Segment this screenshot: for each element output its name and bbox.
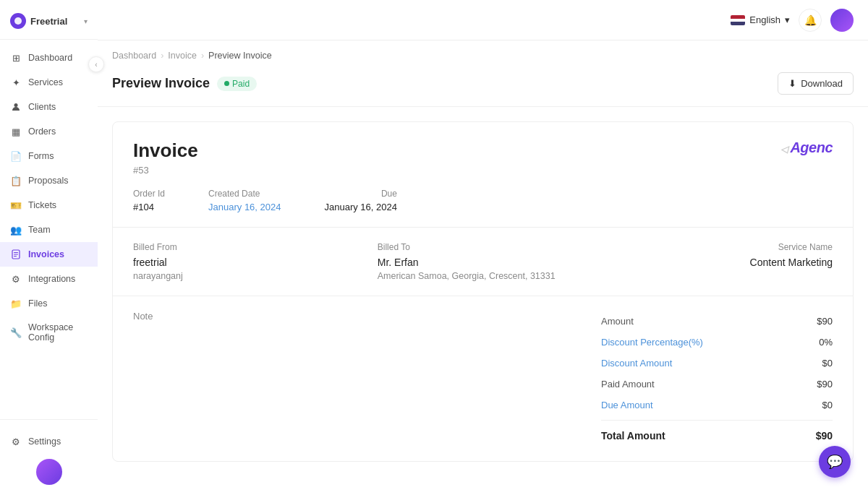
breadcrumb-invoice[interactable]: Invoice: [168, 51, 197, 61]
sidebar-item-orders[interactable]: ▦ Orders: [0, 119, 98, 144]
due-amt-label: Due Amount: [601, 400, 653, 410]
service-name-label: Service Name: [750, 242, 833, 252]
sidebar-item-label: Integrations: [28, 274, 75, 284]
content-inner: Dashboard › Invoice › Preview Invoice Pr…: [98, 40, 868, 495]
order-id-col: Order Id #104: [133, 189, 165, 212]
language-selector[interactable]: English ▾: [731, 14, 790, 25]
topbar: English ▾ 🔔: [98, 0, 868, 40]
totals-col: Amount $90 Discount Percentage(%) 0% Dis…: [601, 311, 833, 447]
sidebar-item-settings[interactable]: ⚙ Settings: [10, 430, 88, 453]
due-amt-row: Due Amount $0: [601, 395, 833, 416]
paid-amt-value: $90: [817, 379, 833, 389]
invoice-billed-section: Billed From freetrial narayanganj Billed…: [113, 228, 853, 296]
language-chevron-icon: ▾: [785, 14, 790, 25]
sidebar-item-label: Orders: [28, 126, 56, 137]
download-icon: ⬇: [788, 78, 796, 89]
total-value: $90: [816, 430, 833, 442]
sidebar-item-tickets[interactable]: 🎫 Tickets: [0, 193, 98, 218]
breadcrumb-sep-2: ›: [201, 51, 204, 61]
billed-from-addr: narayanganj: [133, 271, 183, 281]
due-date-col: Due January 16, 2024: [324, 189, 396, 212]
bell-icon: 🔔: [804, 14, 817, 26]
sidebar-item-label: Proposals: [28, 176, 69, 186]
services-icon: ✦: [10, 77, 22, 88]
sidebar-item-proposals[interactable]: 📋 Proposals: [0, 168, 98, 193]
sidebar-item-label: Team: [28, 225, 51, 235]
sidebar-item-forms[interactable]: 📄 Forms: [0, 144, 98, 168]
sidebar-item-label: Dashboard: [28, 53, 72, 63]
agenc-logo: ◁ Agenc: [780, 139, 833, 156]
content-area: Dashboard › Invoice › Preview Invoice Pr…: [98, 40, 868, 495]
sidebar-item-files[interactable]: 📁 Files: [0, 291, 98, 316]
breadcrumb: Dashboard › Invoice › Preview Invoice: [98, 40, 868, 68]
discount-amt-label: Discount Amount: [601, 358, 672, 369]
main-content: ‹ English ▾ 🔔 Dashboard › Invoice › Prev…: [98, 0, 868, 495]
discount-pct-label: Discount Percentage(%): [601, 337, 703, 348]
billed-to-label: Billed To: [378, 242, 556, 252]
sidebar-item-workspace-config[interactable]: 🔧 Workspace Config: [0, 316, 98, 349]
created-date-label: Created Date: [208, 189, 281, 199]
discount-amt-row: Discount Amount $0: [601, 353, 833, 374]
sidebar-footer: ⚙ Settings: [0, 419, 98, 495]
sidebar-item-invoices[interactable]: Invoices: [0, 242, 98, 267]
clients-icon: [10, 101, 22, 113]
svg-rect-4: [14, 254, 18, 255]
files-icon: 📁: [10, 298, 22, 309]
billed-to-addr: American Samoa, Georgia, Crescent, 31331: [378, 271, 556, 281]
breadcrumb-current: Preview Invoice: [208, 51, 272, 61]
invoice-meta: Order Id #104 Created Date January 16, 2…: [133, 189, 397, 212]
sidebar-nav: ⊞ Dashboard ✦ Services Clients ▦ Orders …: [0, 40, 98, 419]
amount-value: $90: [817, 316, 833, 327]
sidebar-item-label: Workspace Config: [28, 322, 88, 343]
due-label: Due: [324, 189, 396, 199]
service-name-col: Service Name Content Marketing: [750, 242, 833, 281]
download-button[interactable]: ⬇ Download: [778, 72, 854, 95]
created-date-value: January 16, 2024: [208, 202, 281, 212]
due-amt-value: $0: [822, 400, 833, 410]
billed-from-col: Billed From freetrial narayanganj: [133, 242, 183, 281]
chat-fab-button[interactable]: 💬: [819, 446, 851, 478]
notifications-button[interactable]: 🔔: [799, 9, 822, 32]
page-title: Preview Invoice: [112, 76, 210, 91]
svg-rect-5: [14, 256, 17, 257]
sidebar-item-label: Invoices: [28, 249, 64, 259]
sidebar-item-label: Clients: [28, 102, 56, 112]
invoice-left: Invoice #53 Order Id #104 Created Date J…: [133, 139, 397, 212]
brand-logo: [10, 13, 26, 29]
sidebar-item-services[interactable]: ✦ Services: [0, 70, 98, 95]
settings-icon: ⚙: [10, 436, 22, 447]
paid-amt-row: Paid Amount $90: [601, 374, 833, 395]
sidebar-item-integrations[interactable]: ⚙ Integrations: [0, 267, 98, 291]
forms-icon: 📄: [10, 150, 22, 162]
status-badge: Paid: [217, 77, 257, 91]
total-row: Total Amount $90: [601, 425, 833, 447]
order-id-label: Order Id: [133, 189, 165, 199]
amount-row: Amount $90: [601, 311, 833, 332]
brand-name: Freetrial: [30, 16, 67, 27]
sidebar-item-clients[interactable]: Clients: [0, 95, 98, 119]
team-icon: 👥: [10, 224, 22, 236]
sidebar: Freetrial ▾ ⊞ Dashboard ✦ Services Clien…: [0, 0, 98, 495]
svg-rect-3: [14, 252, 18, 253]
invoice-logo: ◁ Agenc: [780, 139, 833, 156]
sidebar-item-label: Forms: [28, 151, 54, 161]
sidebar-item-team[interactable]: 👥 Team: [0, 218, 98, 242]
user-avatar-topbar[interactable]: [830, 9, 854, 32]
sidebar-header[interactable]: Freetrial ▾: [0, 0, 98, 40]
svg-point-0: [14, 17, 22, 25]
sidebar-item-dashboard[interactable]: ⊞ Dashboard: [0, 46, 98, 70]
proposals-icon: 📋: [10, 175, 22, 186]
due-date-value: January 16, 2024: [324, 202, 396, 212]
sidebar-item-label: Files: [28, 298, 47, 309]
sidebar-item-label: Services: [28, 77, 63, 87]
discount-amt-value: $0: [822, 358, 833, 369]
user-avatar[interactable]: [36, 459, 62, 485]
billed-from-label: Billed From: [133, 242, 183, 252]
order-id-value: #104: [133, 202, 165, 212]
breadcrumb-dashboard[interactable]: Dashboard: [112, 51, 156, 61]
integrations-icon: ⚙: [10, 273, 22, 285]
settings-label: Settings: [28, 436, 61, 447]
chat-icon: 💬: [827, 454, 843, 470]
page-header: Preview Invoice Paid ⬇ Download: [98, 68, 868, 107]
brand-chevron-icon: ▾: [84, 17, 88, 25]
